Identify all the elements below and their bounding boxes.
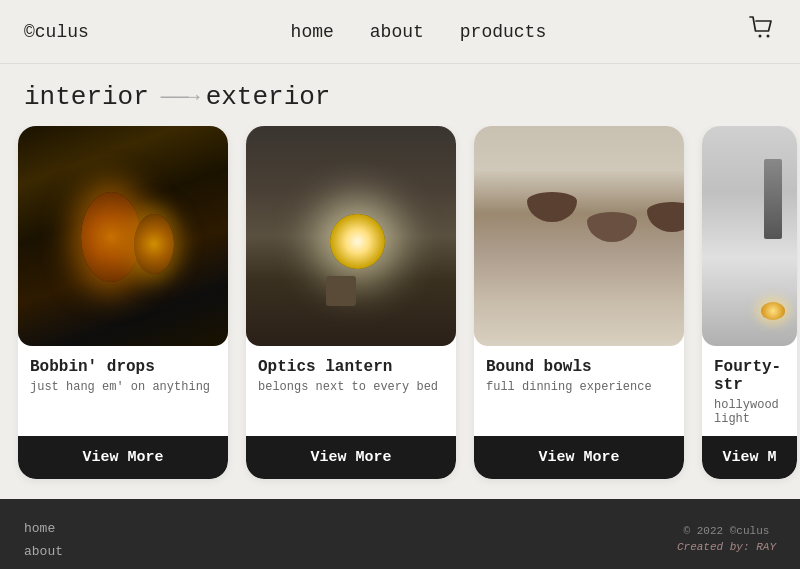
product-image-bowls (474, 126, 684, 346)
hero-right: exterior (206, 82, 331, 112)
footer-created: Created by: RAY (677, 541, 776, 553)
view-more-bowls[interactable]: View More (474, 436, 684, 479)
nav-home[interactable]: home (291, 22, 334, 42)
product-cards: Bobbin' drops just hang em' on anything … (0, 126, 800, 499)
card-title-bobbin: Bobbin' drops (30, 358, 216, 376)
footer-copyright: © 2022 ©culus (677, 525, 776, 537)
product-image-fourty (702, 126, 797, 346)
card-desc-optics: belongs next to every bed (258, 380, 444, 394)
product-image-optics (246, 126, 456, 346)
product-card-bowls: Bound bowls full dinning experience View… (474, 126, 684, 479)
card-body-optics: Optics lantern belongs next to every bed (246, 346, 456, 436)
hero-left: interior (24, 82, 149, 112)
header: ©culus home about products (0, 0, 800, 64)
hero-arrow: –––→ (159, 85, 196, 110)
svg-point-1 (767, 35, 770, 38)
card-body-fourty: Fourty-str hollywood light (702, 346, 797, 436)
footer-created-label: Created by: (677, 541, 750, 553)
card-body-bobbin: Bobbin' drops just hang em' on anything (18, 346, 228, 436)
main-nav: home about products (291, 22, 547, 42)
svg-point-0 (759, 35, 762, 38)
footer-right: © 2022 ©culus Created by: RAY (677, 521, 776, 553)
card-desc-bowls: full dinning experience (486, 380, 672, 394)
footer-links: home about Products (24, 521, 86, 569)
card-title-bowls: Bound bowls (486, 358, 672, 376)
view-more-optics[interactable]: View More (246, 436, 456, 479)
card-title-optics: Optics lantern (258, 358, 444, 376)
nav-products[interactable]: products (460, 22, 546, 42)
hero-text: interior –––→ exterior (0, 64, 800, 126)
card-title-fourty: Fourty-str (714, 358, 785, 394)
logo[interactable]: ©culus (24, 22, 89, 42)
view-more-fourty[interactable]: View M (702, 436, 797, 479)
product-card-optics: Optics lantern belongs next to every bed… (246, 126, 456, 479)
cart-icon[interactable] (748, 14, 776, 49)
nav-about[interactable]: about (370, 22, 424, 42)
footer-link-about[interactable]: about (24, 544, 86, 559)
footer-link-home[interactable]: home (24, 521, 86, 536)
product-card-bobbin: Bobbin' drops just hang em' on anything … (18, 126, 228, 479)
product-card-fourty: Fourty-str hollywood light View M (702, 126, 797, 479)
footer-created-by: RAY (756, 541, 776, 553)
card-desc-fourty: hollywood light (714, 398, 785, 426)
footer: home about Products © 2022 ©culus Create… (0, 499, 800, 569)
product-image-bobbin (18, 126, 228, 346)
view-more-bobbin[interactable]: View More (18, 436, 228, 479)
card-body-bowls: Bound bowls full dinning experience (474, 346, 684, 436)
card-desc-bobbin: just hang em' on anything (30, 380, 216, 394)
